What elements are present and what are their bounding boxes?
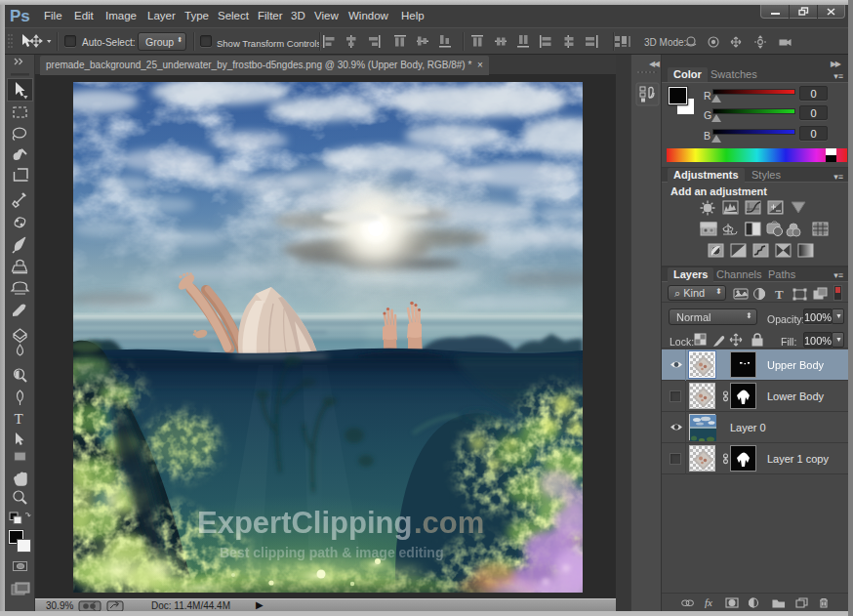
svg-text:.com: .com [414,506,484,540]
svg-text:Best clipping path & image edi: Best clipping path & image editing [220,545,443,560]
svg-text:T: T [15,411,23,427]
svg-text:T: T [775,287,784,302]
svg-text:fx: fx [705,596,712,608]
svg-text:ExpertClipping: ExpertClipping [197,506,412,540]
